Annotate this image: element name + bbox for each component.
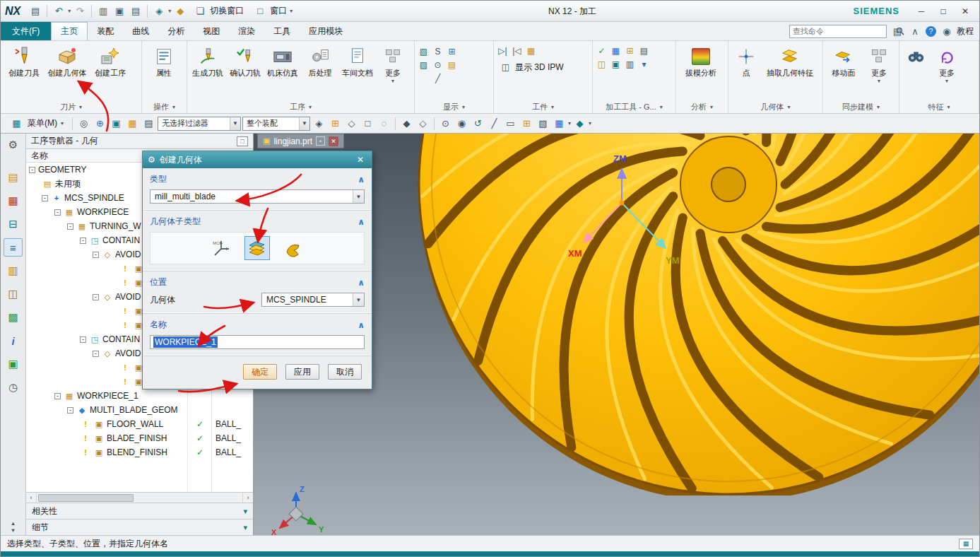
apply-button[interactable]: 应用 <box>285 364 319 380</box>
details-section[interactable]: 细节▾ <box>26 519 253 535</box>
search-input[interactable] <box>790 27 896 35</box>
paste-icon[interactable]: ▤ <box>129 4 143 18</box>
panel-icon[interactable]: ▤ <box>890 24 904 38</box>
tree-row[interactable]: -◆MULTI_BLADE_GEOM <box>26 403 253 417</box>
save-icon[interactable]: ▤ <box>28 4 42 18</box>
cancel-button[interactable]: 取消 <box>328 364 362 380</box>
status-window-icon[interactable]: ▦ <box>959 539 973 549</box>
probe-icon[interactable]: ▾ <box>637 58 651 71</box>
maximize-button[interactable]: □ <box>933 4 953 19</box>
machine-library-icon[interactable]: ◫ <box>595 58 608 71</box>
edit-display-icon[interactable]: ▧ <box>417 45 430 58</box>
tree-row[interactable]: -▦WORKPIECE_1 <box>26 389 253 403</box>
tutorial-button[interactable]: ◉教程 <box>940 24 974 38</box>
selection-filter-combo[interactable]: 无选择过滤器▼ <box>158 117 241 131</box>
chevron-down-icon[interactable]: ▼ <box>299 117 309 130</box>
collapse-icon[interactable]: ∧ <box>358 320 365 330</box>
group-label[interactable]: 加工工具 - G...▾ <box>595 101 673 113</box>
expander-icon[interactable]: - <box>93 351 99 357</box>
scroll-right-icon[interactable]: › <box>242 493 253 503</box>
part-tab[interactable]: ▣ lingjian.prt ▪ ✕ <box>257 134 344 148</box>
extract-geometry-button[interactable]: 抽取几何特征 <box>762 42 817 80</box>
undo-dropdown-icon[interactable]: ▾ <box>68 8 71 14</box>
ok-button[interactable]: 确定 <box>243 364 277 380</box>
tab-application[interactable]: 应用模块 <box>300 22 352 40</box>
properties-button[interactable]: 属性 <box>144 42 184 80</box>
create-tool-button[interactable]: 创建刀具 <box>3 42 45 80</box>
group-label[interactable]: 操作▾ <box>144 101 184 113</box>
select-face-icon[interactable]: ▣ <box>109 116 124 131</box>
select-body-icon[interactable]: ▦ <box>125 116 140 131</box>
sync-more-button[interactable]: 更多 ▾ <box>863 42 895 87</box>
select-all-icon[interactable]: ⊞ <box>328 116 343 131</box>
close-button[interactable]: ✕ <box>955 4 975 19</box>
tab-curve[interactable]: 曲线 <box>123 22 158 40</box>
tab-tools[interactable]: 工具 <box>264 22 300 40</box>
minimize-ribbon-icon[interactable]: ∧ <box>908 24 922 38</box>
command-search[interactable] <box>789 25 887 38</box>
history-icon[interactable]: ◷ <box>4 378 23 397</box>
dialog-titlebar[interactable]: ⚙ 创建几何体 ✕ <box>143 151 372 168</box>
group-label[interactable]: 显示▾ <box>417 101 491 113</box>
group-label[interactable]: 同步建模▾ <box>825 101 897 113</box>
tab-analysis[interactable]: 分析 <box>158 22 194 40</box>
tab-view[interactable]: 视图 <box>194 22 229 40</box>
refresh-icon[interactable]: ↺ <box>471 116 485 131</box>
help-icon[interactable]: ? <box>926 26 936 37</box>
expander-icon[interactable]: - <box>80 238 86 244</box>
tree-row[interactable]: !▣FLOOR_WALL✓BALL_ <box>26 417 253 431</box>
redo-icon[interactable]: ↷ <box>73 4 87 18</box>
selection-icon[interactable]: ◎ <box>76 116 91 131</box>
grid-icon[interactable]: ⊞ <box>445 45 459 58</box>
move-face-button[interactable]: 移动面 <box>825 42 862 80</box>
switch-window-button[interactable]: ❏切换窗口 <box>189 3 247 20</box>
tool-library-icon[interactable]: ▦ <box>609 45 622 57</box>
deselect-icon[interactable]: ◇ <box>344 116 359 131</box>
scroll-up-icon[interactable]: ▴ <box>11 520 15 526</box>
dialog-close-icon[interactable]: ✕ <box>354 154 367 165</box>
expander-icon[interactable]: - <box>93 252 99 258</box>
measure-icon[interactable]: ▭ <box>503 116 518 131</box>
wireframe-view-icon[interactable]: ◇ <box>415 116 430 131</box>
geometry-combo[interactable]: MCS_SPINDLE▼ <box>261 293 365 307</box>
create-operation-button[interactable]: 创建工序 <box>89 42 131 80</box>
fixture-icon[interactable]: ▥ <box>623 58 637 71</box>
generate-toolpath-button[interactable]: 生成刀轨 <box>189 42 226 80</box>
scrollbar-thumb[interactable] <box>38 494 134 502</box>
window-menu-button[interactable]: □窗口▾ <box>249 3 296 20</box>
group-label[interactable]: 工序▾ <box>189 101 412 113</box>
minimize-button[interactable]: ─ <box>911 4 931 19</box>
line-icon[interactable]: ╱ <box>431 72 444 85</box>
tab-assembly[interactable]: 装配 <box>88 22 123 40</box>
tool-tracking-icon[interactable]: ⊞ <box>623 45 637 57</box>
dependencies-section[interactable]: 相关性▾ <box>26 503 253 519</box>
info-icon[interactable]: i <box>4 332 23 350</box>
spline-icon[interactable]: S <box>431 45 444 58</box>
mcs-subtype-icon[interactable]: MCS <box>209 236 233 260</box>
tool-list-icon[interactable]: ▤ <box>637 45 651 57</box>
show-3d-ipw-button[interactable]: ◫ 显示 3D IPW <box>496 59 567 75</box>
palette-icon[interactable]: ▩ <box>4 308 23 327</box>
expander-icon[interactable]: - <box>54 209 61 216</box>
group-label[interactable]: 几何体▾ <box>731 101 820 113</box>
lasso-icon[interactable]: ◌ <box>377 116 391 131</box>
part-navigator-icon[interactable]: ⊟ <box>4 215 23 233</box>
find-feature-button[interactable] <box>902 42 930 71</box>
check-tool-icon[interactable]: ✓ <box>595 45 608 57</box>
expander-icon[interactable]: - <box>42 195 48 201</box>
tab-file[interactable]: 文件(F) <box>1 22 51 40</box>
expander-icon[interactable]: - <box>67 407 73 414</box>
draft-analysis-button[interactable]: 拔模分析 <box>678 42 724 80</box>
operation-navigator-icon[interactable]: ≡ <box>4 238 23 257</box>
layers-icon[interactable]: ▧ <box>536 116 550 131</box>
group-label[interactable]: 分析▾ <box>678 101 726 113</box>
chevron-down-icon[interactable]: ▼ <box>353 293 364 306</box>
name-input[interactable]: WORKPIECE_1 <box>150 335 365 349</box>
feature-more-button[interactable]: 更多 ▾ <box>931 42 963 87</box>
constraint-navigator-icon[interactable]: ▦ <box>4 192 23 210</box>
table-icon[interactable]: ⊞ <box>519 116 534 131</box>
mill-geometry-subtype-icon[interactable] <box>281 236 305 260</box>
layer-icon[interactable]: ▤ <box>445 59 459 71</box>
selection-scope-combo[interactable]: 整个装配▼ <box>242 117 310 131</box>
assembly-navigator-icon[interactable]: ▤ <box>4 168 23 187</box>
